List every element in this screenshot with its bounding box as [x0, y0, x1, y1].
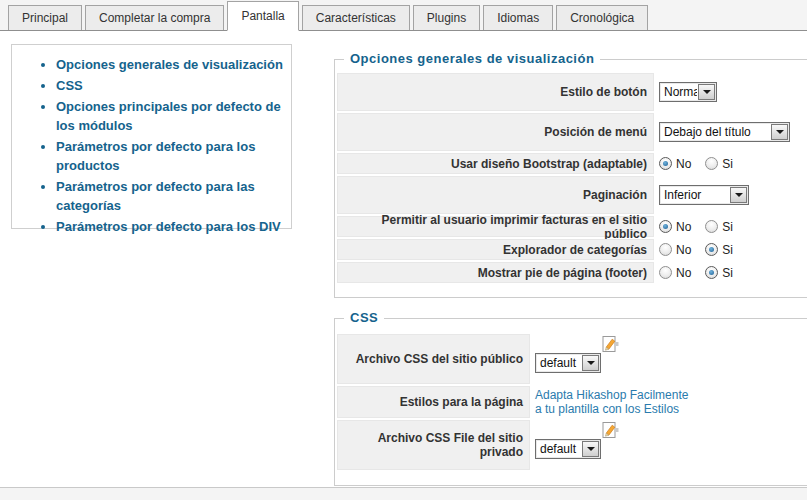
row-control: NoSi [654, 216, 747, 237]
radio-group: NoSi [659, 220, 747, 234]
row-control: NoSi [654, 153, 747, 174]
dropdown-value: Normal [660, 83, 697, 101]
settings-row: Usar diseño Bootstrap (adaptable)NoSi [337, 153, 807, 174]
radio-circle-icon [659, 157, 672, 170]
dropdown-button[interactable] [698, 84, 715, 100]
row-label: Estilos para la página [337, 386, 530, 418]
edit-icon[interactable] [602, 336, 619, 352]
row-control: NoSi [654, 239, 747, 260]
row-label: Archivo CSS del sitio público [337, 334, 530, 384]
tab-caracter-sticas[interactable]: Características [302, 5, 410, 30]
dropdown-button[interactable] [730, 187, 747, 203]
quicklink-item[interactable]: CSS [56, 76, 285, 95]
settings-row: Posición de menúDebajo del título [337, 113, 807, 151]
radio-option-si[interactable]: Si [705, 266, 733, 280]
dropdown-value: Debajo del título [660, 123, 770, 141]
dropdown-value: default [536, 354, 581, 372]
radio-group: NoSi [659, 157, 747, 171]
quicklink-item[interactable]: Opciones principales por defecto de los … [56, 97, 285, 135]
settings-row: PaginaciónInferior [337, 176, 807, 214]
radio-option-si[interactable]: Si [705, 243, 733, 257]
tab-cronol-gica[interactable]: Cronológica [556, 5, 648, 30]
quicklink-list: Opciones generales de visualizaciónCSSOp… [56, 55, 285, 236]
radio-label: No [676, 157, 691, 171]
settings-row: Archivo CSS del sitio públicodefault [337, 334, 807, 384]
row-control: Adapta Hikashop Facilmentea tu plantilla… [530, 386, 688, 418]
radio-circle-icon [705, 266, 718, 279]
section-rows: Estilo de botónNormalPosición de menúDeb… [335, 60, 807, 283]
settings-row: Mostrar pie de página (footer)NoSi [337, 262, 807, 283]
dropdown-value: default [536, 440, 581, 458]
row-control: default [530, 334, 619, 384]
radio-circle-icon [659, 220, 672, 233]
row-label: Explorador de categorías [337, 239, 654, 260]
row-label: Usar diseño Bootstrap (adaptable) [337, 153, 654, 174]
settings-row: Permitir al usuario imprimir facturas en… [337, 216, 807, 237]
settings-row: Estilos para la páginaAdapta Hikashop Fa… [337, 386, 807, 418]
radio-option-no[interactable]: No [659, 157, 691, 171]
dropdown-button[interactable] [771, 124, 788, 140]
radio-option-no[interactable]: No [659, 266, 691, 280]
quicklink-item[interactable]: Parámetros por defecto para los DIV [56, 217, 285, 236]
radio-circle-icon [705, 220, 718, 233]
radio-option-si[interactable]: Si [705, 157, 733, 171]
radio-circle-icon [659, 266, 672, 279]
row-label: Mostrar pie de página (footer) [337, 262, 654, 283]
quicklink-item[interactable]: Parámetros por defecto para las categorí… [56, 177, 285, 215]
radio-circle-icon [705, 157, 718, 170]
radio-label: No [676, 220, 691, 234]
tab-principal[interactable]: Principal [8, 5, 82, 30]
settings-row: Estilo de botónNormal [337, 73, 807, 111]
row-control: default [530, 420, 619, 470]
dropdown-select[interactable]: Debajo del título [659, 122, 790, 142]
radio-label: No [676, 243, 691, 257]
radio-option-si[interactable]: Si [705, 220, 733, 234]
section-css: CSSArchivo CSS del sitio públicodefaultE… [334, 318, 807, 486]
radio-option-no[interactable]: No [659, 243, 691, 257]
radio-circle-icon [705, 243, 718, 256]
chevron-down-icon [703, 90, 711, 94]
radio-circle-icon [659, 243, 672, 256]
row-label: Archivo CSS File del sitio privado [337, 420, 530, 470]
row-control: Debajo del título [654, 113, 790, 151]
tab-completar-la-compra[interactable]: Completar la compra [85, 5, 224, 30]
dropdown-button[interactable] [582, 355, 599, 371]
dropdown-select[interactable]: Normal [659, 82, 717, 102]
radio-label: Si [722, 220, 733, 234]
styles-page-link[interactable]: Adapta Hikashop Facilmentea tu plantilla… [535, 388, 688, 416]
row-control: Normal [654, 73, 717, 111]
radio-option-no[interactable]: No [659, 220, 691, 234]
chevron-down-icon [587, 447, 595, 451]
dropdown-value: Inferior [660, 186, 729, 204]
dropdown-select[interactable]: default [535, 353, 601, 373]
radio-label: Si [722, 266, 733, 280]
section-rows: Archivo CSS del sitio públicodefaultEsti… [335, 319, 807, 470]
dropdown-button[interactable] [582, 441, 599, 457]
chevron-down-icon [735, 193, 743, 197]
tab-bar: PrincipalCompletar la compraPantallaCara… [0, 0, 807, 31]
link-line: a tu plantilla con los Estilos [535, 402, 688, 416]
chevron-down-icon [776, 130, 784, 134]
radio-label: Si [722, 243, 733, 257]
tab-plugins[interactable]: Plugins [413, 5, 480, 30]
radio-group: NoSi [659, 266, 747, 280]
tab-idiomas[interactable]: Idiomas [483, 5, 553, 30]
dropdown-select[interactable]: default [535, 439, 601, 459]
sidebar-quicklinks: Opciones generales de visualizaciónCSSOp… [11, 44, 292, 229]
link-line: Adapta Hikashop Facilmente [535, 388, 688, 402]
section-display-options: Opciones generales de visualizaciónEstil… [334, 59, 807, 298]
quicklink-item[interactable]: Parámetros por defecto para los producto… [56, 137, 285, 175]
quicklink-item[interactable]: Opciones generales de visualización [56, 55, 285, 74]
row-label: Permitir al usuario imprimir facturas en… [337, 216, 654, 237]
section-legend: Opciones generales de visualización [344, 51, 600, 66]
dropdown-select[interactable]: Inferior [659, 185, 749, 205]
section-legend: CSS [344, 310, 384, 325]
radio-group: NoSi [659, 243, 747, 257]
tab-pantalla[interactable]: Pantalla [227, 1, 298, 31]
row-control: Inferior [654, 176, 749, 214]
settings-row: Explorador de categoríasNoSi [337, 239, 807, 260]
row-control: NoSi [654, 262, 747, 283]
row-label: Estilo de botón [337, 73, 654, 111]
row-label: Paginación [337, 176, 654, 214]
edit-icon[interactable] [602, 422, 619, 438]
